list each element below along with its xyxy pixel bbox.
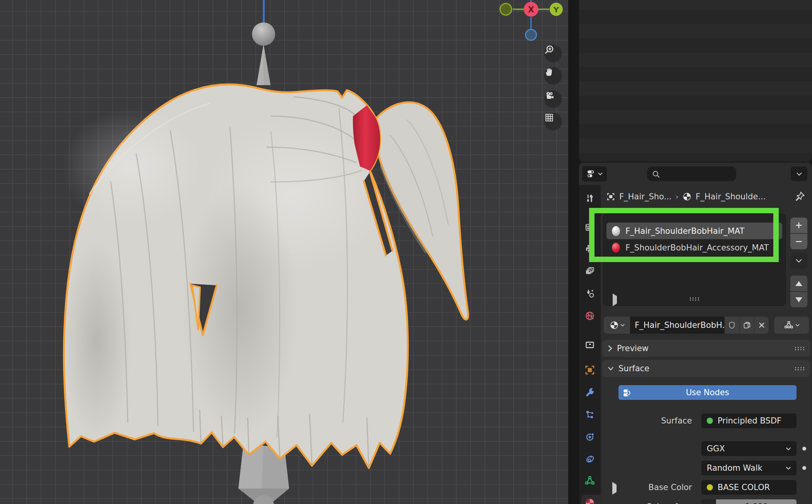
tab-collection[interactable]	[584, 339, 595, 350]
browse-material-button[interactable]	[604, 317, 630, 334]
material-name-field[interactable]: F_Hair_ShoulderBobH...	[630, 317, 725, 334]
new-material-button[interactable]	[739, 317, 754, 334]
breadcrumb-material[interactable]: F_Hair_Shoulde...	[696, 192, 766, 201]
tab-object-data[interactable]	[584, 475, 595, 486]
axis-gizmo[interactable]: X Y	[500, 0, 563, 40]
tab-constraints[interactable]	[584, 453, 595, 464]
chevron-down-icon	[786, 466, 791, 470]
remove-material-slot-button[interactable]	[790, 233, 807, 249]
subsurface-method-dropdown[interactable]: Random Walk	[701, 461, 797, 475]
search-input[interactable]	[647, 166, 736, 181]
close-icon	[758, 322, 765, 329]
gizmo-negz-ball[interactable]	[526, 29, 536, 40]
wrench-icon	[584, 387, 595, 398]
tab-tool[interactable]	[584, 193, 595, 204]
tab-particles[interactable]	[584, 409, 595, 420]
grid-toggle-button[interactable]	[544, 113, 562, 130]
tab-view-layer[interactable]	[584, 266, 595, 277]
hair-object[interactable]	[62, 84, 468, 468]
add-material-slot-button[interactable]	[790, 218, 807, 233]
material-slot-row[interactable]: F_Hair_ShoulderBobHair_MAT	[606, 223, 782, 239]
zoom-button[interactable]	[544, 45, 562, 62]
panel-drag-grip[interactable]	[794, 346, 805, 351]
material-sphere-icon	[612, 226, 620, 236]
preview-panel-header[interactable]: Preview	[602, 340, 810, 357]
base-color-field[interactable]: BASE COLOR	[701, 480, 797, 495]
animate-decorator-dot[interactable]	[802, 447, 806, 451]
subsurface-method-value: Random Walk	[707, 463, 762, 473]
breadcrumb: F_Hair_Sho... › F_Hair_Shoulde...	[601, 190, 766, 204]
mesh-data-icon	[584, 475, 595, 486]
view-layer-icon	[584, 266, 595, 277]
chevron-down-icon	[620, 324, 625, 327]
fake-user-button[interactable]	[725, 317, 739, 334]
link-material-target-button[interactable]	[774, 317, 809, 334]
material-datablock-row: F_Hair_ShoulderBobH...	[601, 317, 812, 334]
slot-list-filter-toggle[interactable]	[613, 296, 617, 303]
world-properties-icon	[584, 310, 595, 321]
gizmo-x-label: X	[528, 5, 534, 14]
distribution-row: GGX	[601, 441, 812, 456]
tab-material[interactable]	[584, 497, 595, 504]
animate-decorator-dot[interactable]	[802, 466, 806, 470]
plus-icon	[795, 221, 803, 229]
material-slot-row[interactable]: F_ShoulderBobHair_Accessory_MAT	[606, 239, 782, 256]
surface-panel-header[interactable]: Surface	[602, 360, 810, 377]
surface-shader-value: Principled BSDF	[718, 416, 781, 425]
editor-type-button[interactable]	[582, 166, 607, 182]
nodes-icon	[622, 388, 632, 398]
tab-modifiers[interactable]	[584, 387, 595, 398]
material-sphere-icon	[612, 243, 620, 253]
gizmo-negx-ball[interactable]	[500, 3, 512, 15]
pin-button[interactable]	[794, 190, 806, 204]
camera-view-button[interactable]	[544, 90, 562, 108]
render-properties-icon	[584, 221, 595, 232]
mesh-link-icon	[784, 320, 794, 330]
use-nodes-button[interactable]: Use Nodes	[618, 385, 797, 400]
tab-output[interactable]	[584, 243, 595, 254]
breadcrumb-object[interactable]: F_Hair_Sho...	[619, 192, 672, 201]
grid-icon	[544, 113, 554, 123]
3d-viewport[interactable]: X Y	[0, 0, 568, 504]
tab-world[interactable]	[584, 310, 595, 321]
pan-button[interactable]	[544, 67, 562, 85]
chevron-right-icon	[608, 345, 612, 352]
object-properties-icon	[584, 365, 595, 375]
preview-panel-label: Preview	[617, 344, 649, 353]
minus-icon	[795, 238, 803, 245]
tab-scene[interactable]	[584, 288, 595, 299]
tab-physics[interactable]	[584, 431, 595, 442]
zoom-icon	[544, 45, 554, 55]
outliner-panel	[579, 0, 812, 162]
surface-label: Surface	[601, 413, 692, 428]
panel-drag-grip[interactable]	[794, 367, 805, 371]
base-color-label: Base Color	[601, 480, 692, 495]
constraints-icon	[584, 453, 595, 464]
subsurface-slider[interactable]: 0.000	[701, 499, 797, 504]
chevron-down-icon	[608, 366, 614, 371]
copy-icon	[743, 321, 751, 329]
slot-list-resize-grip[interactable]	[689, 297, 700, 301]
physics-icon	[584, 431, 595, 442]
base-color-node-dot	[707, 484, 713, 490]
unlink-material-button[interactable]	[754, 317, 769, 334]
chevron-down-icon	[795, 324, 800, 327]
tab-render[interactable]	[584, 221, 595, 232]
move-slot-down-button[interactable]	[790, 291, 807, 307]
tab-object[interactable]	[584, 365, 595, 375]
material-specials-button[interactable]	[790, 252, 807, 269]
material-icon	[610, 321, 619, 330]
move-slot-up-button[interactable]	[790, 276, 807, 291]
distribution-dropdown[interactable]: GGX	[701, 441, 797, 456]
filter-options-button[interactable]	[791, 166, 807, 181]
chevron-down-icon	[598, 172, 603, 175]
properties-header	[579, 163, 812, 185]
properties-editor: F_Hair_Sho... › F_Hair_Shoulde... F_Hair…	[579, 163, 812, 504]
material-properties-icon	[584, 497, 595, 504]
properties-editor-icon	[586, 169, 596, 179]
chevron-down-icon	[795, 259, 802, 263]
material-slot-list: F_Hair_ShoulderBobHair_MAT F_ShoulderBob…	[603, 214, 786, 306]
output-properties-icon	[584, 243, 595, 254]
surface-shader-field[interactable]: Principled BSDF	[701, 413, 797, 428]
camera-icon	[544, 90, 555, 101]
